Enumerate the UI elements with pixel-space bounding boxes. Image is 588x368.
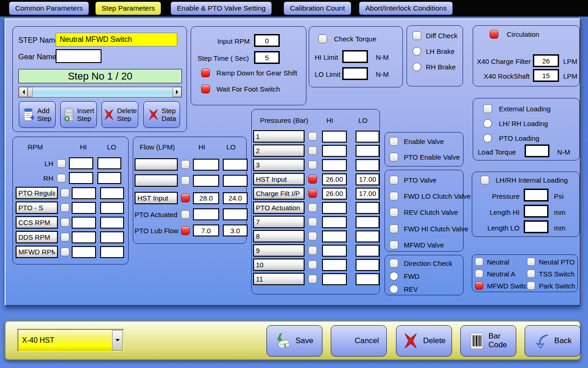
delete-button[interactable]: Delete — [396, 325, 452, 356]
back-button[interactable]: Back — [525, 325, 581, 356]
rev-clutch-valve-checkbox[interactable] — [390, 208, 398, 217]
rpm-rh-lo-field[interactable] — [97, 172, 121, 184]
pressure-row2-lo-field[interactable] — [356, 145, 379, 157]
flow-row2-checkbox[interactable] — [181, 176, 190, 185]
neutal-pto-checkbox[interactable] — [527, 258, 535, 266]
pto-lub-flow-hi-field[interactable] — [193, 224, 219, 236]
hst-input-pressure-checkbox[interactable] — [308, 175, 317, 184]
flow-row1-lo-field[interactable] — [223, 159, 248, 171]
ramp-down-checkbox[interactable] — [201, 69, 210, 77]
pressure-field[interactable] — [524, 189, 548, 201]
model-select[interactable]: X-40 HST — [17, 329, 124, 352]
hst-input-flow-hi-field[interactable] — [193, 192, 219, 204]
bar-code-button[interactable]: BarCode — [460, 325, 516, 356]
pto-actuated-hi-field[interactable] — [193, 208, 219, 220]
pto-actuated-checkbox[interactable] — [181, 210, 190, 219]
ccs-rpm-hi-field[interactable] — [72, 217, 96, 229]
lo-limit-field[interactable] — [342, 67, 368, 80]
hst-input-pressure-hi-field[interactable] — [322, 173, 347, 185]
rpm-lh-lo-field[interactable] — [97, 157, 121, 169]
pressure-row3-lo-field[interactable] — [356, 159, 379, 171]
chevron-down-icon[interactable] — [112, 330, 123, 351]
pressure-name-box[interactable] — [253, 144, 305, 157]
pressure-row2-hi-field[interactable] — [322, 145, 347, 157]
pressure-row8-lo-field[interactable] — [356, 230, 379, 242]
mfwd-rpm-checkbox[interactable] — [61, 247, 69, 256]
pressure-row10-checkbox[interactable] — [308, 260, 317, 269]
rpm-name-box[interactable] — [16, 216, 58, 229]
mfwd-rpm-lo-field[interactable] — [100, 246, 124, 258]
pressure-row7-lo-field[interactable] — [356, 216, 379, 228]
check-torque-checkbox[interactable] — [318, 34, 327, 43]
pressure-name-box[interactable] — [253, 173, 305, 185]
pressure-name-box[interactable] — [253, 216, 305, 228]
pressure-name-box[interactable] — [253, 273, 305, 285]
fwd-lo-clutch-valve-checkbox[interactable] — [390, 192, 398, 201]
rh-brake-radio[interactable] — [413, 63, 421, 71]
charge-filter-field[interactable] — [533, 54, 559, 67]
pto-regular-lo-field[interactable] — [100, 187, 124, 199]
pressure-row9-hi-field[interactable] — [322, 245, 347, 257]
park-switch-checkbox[interactable] — [527, 282, 535, 290]
flow-row2-lo-field[interactable] — [223, 175, 248, 187]
flow-row2-hi-field[interactable] — [193, 175, 219, 187]
pto-actuation-hi-field[interactable] — [322, 202, 347, 214]
pressure-row8-hi-field[interactable] — [322, 230, 347, 242]
tab-common-parameters[interactable]: Common Parameters — [9, 1, 89, 15]
pto-s-hi-field[interactable] — [72, 202, 96, 214]
rpm-rh-hi-field[interactable] — [69, 172, 93, 184]
step-name-input[interactable] — [56, 33, 177, 46]
rockshaft-field[interactable] — [533, 69, 559, 82]
charge-filt-lo-field[interactable] — [356, 188, 379, 200]
pressure-row10-lo-field[interactable] — [356, 259, 379, 271]
pressure-row8-checkbox[interactable] — [308, 232, 317, 241]
pto-actuation-checkbox[interactable] — [308, 203, 317, 212]
dds-rpm-lo-field[interactable] — [100, 231, 124, 243]
rpm-name-box[interactable] — [16, 246, 58, 258]
flow-row1-checkbox[interactable] — [181, 160, 190, 169]
flow-row1-hi-field[interactable] — [193, 159, 219, 171]
pressure-name-box[interactable] — [253, 230, 305, 242]
foot-switch-checkbox[interactable] — [201, 85, 210, 93]
step-time-field[interactable] — [254, 51, 280, 64]
enable-valve-checkbox[interactable] — [390, 137, 398, 146]
length-lo-field[interactable] — [524, 220, 548, 233]
pressure-row1-checkbox[interactable] — [308, 132, 317, 141]
hi-limit-field[interactable] — [342, 50, 368, 63]
pressure-name-box[interactable] — [253, 159, 305, 171]
pressure-row11-hi-field[interactable] — [322, 273, 347, 285]
scroll-track[interactable] — [33, 87, 173, 97]
rpm-name-box[interactable] — [16, 187, 58, 199]
tss-switch-checkbox[interactable] — [527, 270, 535, 278]
pressure-name-box[interactable] — [253, 130, 305, 143]
hst-input-flow-lo-field[interactable] — [223, 192, 248, 204]
fwd-hi-clutch-valve-checkbox[interactable] — [390, 224, 398, 233]
neutral-a-checkbox[interactable] — [475, 270, 483, 278]
cancel-button[interactable]: Cancel — [331, 325, 387, 356]
flow-name-box[interactable] — [135, 192, 178, 204]
pressure-name-box[interactable] — [253, 259, 305, 271]
dds-rpm-checkbox[interactable] — [61, 233, 69, 242]
pressure-row9-checkbox[interactable] — [308, 246, 317, 255]
rpm-lh-hi-field[interactable] — [69, 157, 93, 169]
scroll-right-button[interactable] — [173, 87, 181, 97]
gear-name-input[interactable] — [56, 49, 102, 63]
pto-s-lo-field[interactable] — [100, 202, 124, 214]
insert-step-button[interactable]: InsertStep — [60, 101, 97, 128]
tab-abort-interlock-conditions[interactable]: Abort/Interlock Conditions — [359, 1, 453, 15]
hst-input-pressure-lo-field[interactable] — [356, 173, 379, 185]
pressure-name-box[interactable] — [253, 201, 305, 214]
rpm-name-box[interactable] — [16, 201, 58, 214]
external-loading-checkbox[interactable] — [483, 104, 492, 113]
pressure-row10-hi-field[interactable] — [322, 259, 347, 271]
load-torque-field[interactable] — [525, 144, 549, 157]
pto-lub-flow-checkbox[interactable] — [181, 226, 190, 235]
pressure-row7-checkbox[interactable] — [308, 218, 317, 226]
pto-regular-hi-field[interactable] — [72, 187, 96, 199]
step-scrollbar[interactable] — [18, 86, 182, 98]
internal-loading-checkbox[interactable] — [481, 176, 489, 184]
pto-enable-valve-checkbox[interactable] — [390, 153, 398, 161]
pto-s-checkbox[interactable] — [61, 203, 69, 212]
pto-valve-checkbox[interactable] — [390, 176, 398, 184]
fwd-radio[interactable] — [390, 272, 398, 281]
